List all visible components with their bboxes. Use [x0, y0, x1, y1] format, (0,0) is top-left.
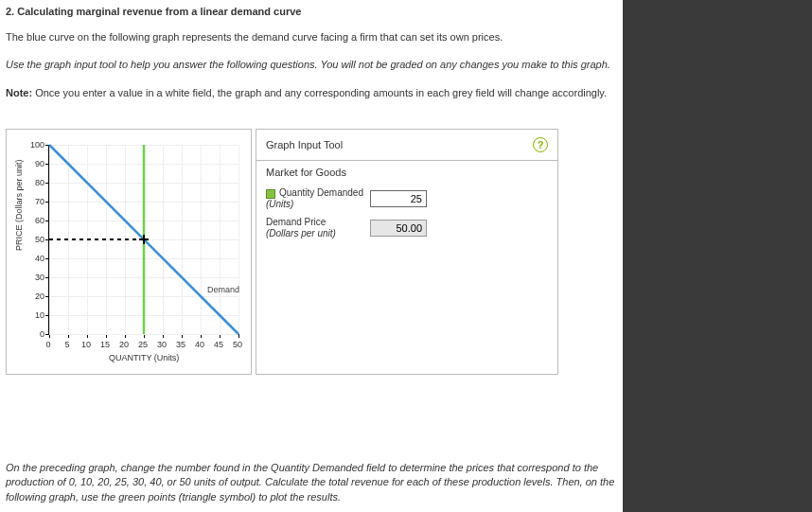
tool-header: Graph Input Tool ?: [256, 130, 557, 161]
quantity-row: Quantity Demanded (Units): [256, 184, 557, 213]
y-tick: 0: [24, 329, 44, 339]
x-axis-label: QUANTITY (Units): [109, 353, 179, 362]
price-label-text: Demand Price: [266, 217, 326, 227]
quantity-label-text: Quantity Demanded: [279, 187, 363, 198]
y-tick: 50: [24, 235, 44, 244]
x-tick: 5: [61, 340, 74, 349]
x-tick: 45: [212, 340, 225, 349]
y-tick: 10: [24, 310, 44, 320]
y-tick: 100: [24, 140, 44, 150]
price-output: [370, 220, 427, 237]
question-title: 2. Calculating marginal revenue from a l…: [6, 6, 617, 17]
x-tick: 20: [117, 340, 131, 349]
note-label: Note:: [6, 87, 32, 98]
y-axis-label: PRICE (Dollars per unit): [14, 160, 24, 252]
intro-text: The blue curve on the following graph re…: [6, 30, 617, 44]
side-panel: [623, 0, 812, 512]
green-swatch-icon: [266, 189, 275, 199]
quantity-input[interactable]: [370, 190, 427, 207]
y-tick: 40: [24, 254, 44, 263]
quantity-label: Quantity Demanded (Units): [266, 187, 370, 209]
x-tick: 25: [136, 340, 150, 349]
price-sublabel: (Dollars per unit): [266, 228, 370, 239]
y-tick: 70: [24, 197, 44, 206]
x-tick: 50: [231, 340, 244, 349]
x-tick: 10: [79, 340, 93, 349]
x-tick: 30: [155, 340, 168, 349]
x-tick: 0: [42, 340, 55, 349]
price-label: Demand Price (Dollars per unit): [266, 217, 370, 238]
quantity-sublabel: (Units): [266, 199, 370, 210]
y-tick: 30: [24, 273, 44, 282]
bottom-instruction: On the preceding graph, change the numbe…: [6, 461, 617, 504]
question-number: 2.: [6, 6, 14, 17]
y-tick: 20: [24, 291, 44, 301]
y-tick: 90: [24, 159, 44, 168]
demand-graph[interactable]: PRICE (Dollars per unit) QUANTITY (Units…: [6, 129, 252, 375]
note-text: Once you enter a value in a white field,…: [35, 87, 607, 98]
tool-title: Graph Input Tool: [266, 139, 343, 150]
instruction-text: Use the graph input tool to help you ans…: [6, 58, 617, 72]
note-line: Note: Once you enter a value in a white …: [6, 86, 617, 100]
plot-area[interactable]: [48, 145, 238, 335]
x-tick: 35: [174, 340, 187, 349]
x-tick: 40: [193, 340, 206, 349]
price-row: Demand Price (Dollars per unit): [256, 213, 557, 242]
y-tick: 80: [24, 178, 44, 187]
tool-subtitle: Market for Goods: [256, 161, 557, 184]
y-tick: 60: [24, 216, 44, 225]
help-icon[interactable]: ?: [533, 137, 548, 152]
question-heading: Calculating marginal revenue from a line…: [17, 6, 301, 17]
demand-legend: Demand: [207, 285, 239, 294]
x-tick: 15: [98, 340, 112, 349]
graph-input-tool: Graph Input Tool ? Market for Goods Quan…: [256, 129, 558, 375]
